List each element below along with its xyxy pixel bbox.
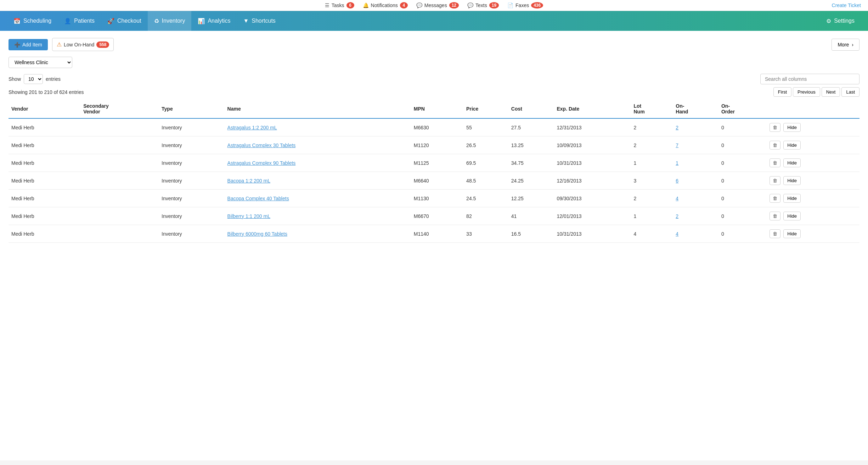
item-name-link[interactable]: Astragalus Complex 90 Tablets (227, 160, 296, 166)
item-name-link[interactable]: Astragalus 1:2 200 mL (227, 125, 277, 130)
table-row: Medi Herb Inventory Bilberry 1:1 200 mL … (9, 207, 859, 225)
on-hand-link[interactable]: 7 (676, 142, 678, 148)
entries-select[interactable]: 10 25 50 (24, 74, 43, 84)
delete-button[interactable]: 🗑 (770, 176, 780, 185)
cell-vendor: Medi Herb (9, 154, 80, 172)
search-input[interactable] (760, 74, 859, 84)
on-hand-link[interactable]: 2 (676, 125, 678, 130)
item-name-link[interactable]: Astragalus Complex 30 Tablets (227, 142, 296, 148)
cell-secondary-vendor (80, 172, 159, 190)
cell-exp-date: 09/30/2013 (554, 190, 631, 207)
cell-price: 69.5 (463, 154, 508, 172)
on-hand-link[interactable]: 6 (676, 178, 678, 184)
cell-name: Bacopa 1:2 200 mL (225, 172, 411, 190)
messages-nav[interactable]: 💬 Messages 12 (416, 2, 459, 9)
col-secondary-vendor: SecondaryVendor (80, 100, 159, 118)
cell-lot-num: 2 (631, 136, 673, 154)
plus-icon: ➕ (14, 42, 20, 47)
delete-button[interactable]: 🗑 (770, 229, 780, 238)
next-page-button[interactable]: Next (822, 87, 840, 97)
faxes-badge: 436 (531, 2, 543, 9)
action-cell: 🗑 Hide (770, 229, 857, 238)
add-item-button[interactable]: ➕ Add Item (9, 39, 48, 50)
cell-secondary-vendor (80, 118, 159, 136)
cell-price: 48.5 (463, 172, 508, 190)
more-button[interactable]: More › (832, 39, 859, 51)
hide-button[interactable]: Hide (783, 158, 801, 167)
previous-page-button[interactable]: Previous (793, 87, 820, 97)
entries-controls: Show 10 25 50 entries (9, 74, 859, 84)
on-hand-link[interactable]: 1 (676, 160, 678, 166)
nav-inventory[interactable]: ♻ Inventory (148, 11, 192, 31)
hide-button[interactable]: Hide (783, 176, 801, 185)
item-name-link[interactable]: Bacopa 1:2 200 mL (227, 178, 270, 184)
notifications-badge: 4 (400, 2, 408, 9)
cell-cost: 34.75 (508, 154, 554, 172)
cell-vendor: Medi Herb (9, 207, 80, 225)
cell-vendor: Medi Herb (9, 172, 80, 190)
notifications-nav[interactable]: 🔔 Notifications 4 (363, 2, 408, 9)
delete-button[interactable]: 🗑 (770, 194, 780, 203)
inventory-table: Vendor SecondaryVendor Type Name MPN Pri… (9, 100, 859, 243)
cell-actions: 🗑 Hide (767, 136, 859, 154)
low-on-hand-button[interactable]: ⚠ Low On-Hand 558 (52, 38, 114, 51)
cell-name: Bacopa Complex 40 Tablets (225, 190, 411, 207)
tasks-nav[interactable]: ☰ Tasks 6 (325, 2, 354, 9)
cell-lot-num: 1 (631, 154, 673, 172)
cell-on-hand: 6 (673, 172, 718, 190)
tasks-badge: 6 (346, 2, 354, 9)
nav-analytics[interactable]: 📊 Analytics (191, 11, 237, 31)
item-name-link[interactable]: Bacopa Complex 40 Tablets (227, 196, 289, 201)
create-ticket-link[interactable]: Create Ticket (832, 2, 861, 8)
item-name-link[interactable]: Bilberry 6000mg 60 Tablets (227, 231, 287, 237)
on-hand-link[interactable]: 4 (676, 196, 678, 201)
delete-button[interactable]: 🗑 (770, 158, 780, 167)
cell-exp-date: 10/09/2013 (554, 136, 631, 154)
nav-checkout[interactable]: 🚀 Checkout (101, 11, 148, 31)
delete-button[interactable]: 🗑 (770, 141, 780, 150)
on-hand-link[interactable]: 4 (676, 231, 678, 237)
cell-name: Bilberry 6000mg 60 Tablets (225, 225, 411, 243)
bell-icon: 🔔 (363, 2, 369, 8)
cell-on-order: 0 (718, 190, 767, 207)
hide-button[interactable]: Hide (783, 229, 801, 238)
cell-on-order: 0 (718, 225, 767, 243)
cell-exp-date: 12/16/2013 (554, 172, 631, 190)
nav-scheduling[interactable]: 📅 Scheduling (7, 11, 58, 31)
hide-button[interactable]: Hide (783, 141, 801, 150)
first-page-button[interactable]: First (773, 87, 791, 97)
delete-button[interactable]: 🗑 (770, 123, 780, 132)
hide-button[interactable]: Hide (783, 212, 801, 220)
notifications-label: Notifications (371, 2, 398, 8)
col-exp-date: Exp. Date (554, 100, 631, 118)
nav-patients[interactable]: 👤 Patients (58, 11, 101, 31)
on-hand-link[interactable]: 2 (676, 213, 678, 219)
faxes-nav[interactable]: 📄 Faxes 436 (507, 2, 543, 9)
item-name-link[interactable]: Bilberry 1:1 200 mL (227, 213, 270, 219)
cell-actions: 🗑 Hide (767, 154, 859, 172)
col-vendor: Vendor (9, 100, 80, 118)
last-page-button[interactable]: Last (841, 87, 859, 97)
hide-button[interactable]: Hide (783, 123, 801, 132)
add-item-label: Add Item (22, 42, 42, 47)
settings-icon: ⚙ (826, 18, 831, 24)
col-actions (767, 100, 859, 118)
main-content: ➕ Add Item ⚠ Low On-Hand 558 More › Well… (0, 31, 868, 460)
cell-cost: 24.25 (508, 172, 554, 190)
cell-cost: 41 (508, 207, 554, 225)
texts-nav[interactable]: 💬 Texts 19 (467, 2, 499, 9)
scheduling-icon: 📅 (13, 18, 21, 24)
hide-button[interactable]: Hide (783, 194, 801, 203)
delete-button[interactable]: 🗑 (770, 212, 780, 220)
cell-secondary-vendor (80, 190, 159, 207)
nav-shortcuts[interactable]: ▼ Shortcuts (237, 11, 282, 31)
action-cell: 🗑 Hide (770, 141, 857, 150)
col-on-hand: On-Hand (673, 100, 718, 118)
clinic-selector[interactable]: Wellness Clinic Main Clinic Branch Offic… (9, 57, 72, 68)
cell-price: 55 (463, 118, 508, 136)
nav-settings[interactable]: ⚙ Settings (820, 11, 861, 31)
inventory-label: Inventory (162, 18, 185, 24)
cell-type: Inventory (159, 207, 225, 225)
cell-actions: 🗑 Hide (767, 225, 859, 243)
pagination-row: Showing 201 to 210 of 624 entries First … (9, 87, 859, 97)
